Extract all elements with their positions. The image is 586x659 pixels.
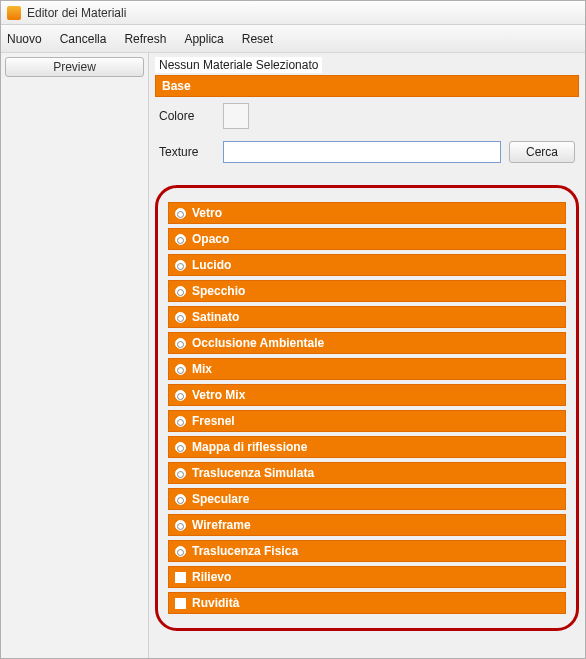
radio-icon[interactable]	[175, 312, 186, 323]
titlebar: Editor dei Materiali	[1, 1, 585, 25]
property-row[interactable]: Specchio	[168, 280, 566, 302]
property-label: Traslucenza Fisica	[192, 544, 298, 558]
property-row[interactable]: Vetro	[168, 202, 566, 224]
radio-icon[interactable]	[175, 338, 186, 349]
texture-row: Texture Cerca	[155, 135, 579, 169]
property-label: Mappa di riflessione	[192, 440, 307, 454]
property-row[interactable]: Occlusione Ambientale	[168, 332, 566, 354]
property-row[interactable]: Traslucenza Simulata	[168, 462, 566, 484]
property-label: Ruvidità	[192, 596, 239, 610]
property-row[interactable]: Opaco	[168, 228, 566, 250]
checkbox-icon[interactable]	[175, 598, 186, 609]
property-row[interactable]: Mappa di riflessione	[168, 436, 566, 458]
app-icon	[7, 6, 21, 20]
property-row[interactable]: Traslucenza Fisica	[168, 540, 566, 562]
property-label: Speculare	[192, 492, 249, 506]
property-row[interactable]: Wireframe	[168, 514, 566, 536]
property-row[interactable]: Lucido	[168, 254, 566, 276]
radio-icon[interactable]	[175, 520, 186, 531]
radio-icon[interactable]	[175, 234, 186, 245]
base-header[interactable]: Base	[155, 75, 579, 97]
radio-icon[interactable]	[175, 416, 186, 427]
menu-refresh[interactable]: Refresh	[124, 32, 166, 46]
colore-label: Colore	[159, 109, 215, 123]
property-label: Fresnel	[192, 414, 235, 428]
property-label: Rilievo	[192, 570, 231, 584]
main-panel: Nessun Materiale Selezionato Base Colore…	[149, 53, 585, 658]
checkbox-icon[interactable]	[175, 572, 186, 583]
radio-icon[interactable]	[175, 494, 186, 505]
radio-icon[interactable]	[175, 442, 186, 453]
radio-icon[interactable]	[175, 546, 186, 557]
colore-row: Colore	[155, 97, 579, 135]
properties-box: VetroOpacoLucidoSpecchioSatinatoOcclusio…	[155, 185, 579, 631]
color-swatch[interactable]	[223, 103, 249, 129]
property-label: Specchio	[192, 284, 245, 298]
radio-icon[interactable]	[175, 286, 186, 297]
cerca-button-label: Cerca	[526, 145, 558, 159]
property-row[interactable]: Fresnel	[168, 410, 566, 432]
property-label: Lucido	[192, 258, 231, 272]
property-row[interactable]: Rilievo	[168, 566, 566, 588]
property-row[interactable]: Speculare	[168, 488, 566, 510]
property-label: Vetro	[192, 206, 222, 220]
property-label: Mix	[192, 362, 212, 376]
status-text: Nessun Materiale Selezionato	[155, 57, 322, 73]
property-label: Traslucenza Simulata	[192, 466, 314, 480]
preview-button[interactable]: Preview	[5, 57, 144, 77]
radio-icon[interactable]	[175, 364, 186, 375]
property-label: Opaco	[192, 232, 229, 246]
property-row[interactable]: Vetro Mix	[168, 384, 566, 406]
menubar: Nuovo Cancella Refresh Applica Reset	[1, 25, 585, 53]
property-row[interactable]: Satinato	[168, 306, 566, 328]
property-label: Vetro Mix	[192, 388, 245, 402]
texture-label: Texture	[159, 145, 215, 159]
radio-icon[interactable]	[175, 208, 186, 219]
property-label: Wireframe	[192, 518, 251, 532]
property-label: Satinato	[192, 310, 239, 324]
preview-button-label: Preview	[53, 60, 96, 74]
sidebar: Preview	[1, 53, 149, 658]
menu-reset[interactable]: Reset	[242, 32, 273, 46]
cerca-button[interactable]: Cerca	[509, 141, 575, 163]
property-label: Occlusione Ambientale	[192, 336, 324, 350]
menu-nuovo[interactable]: Nuovo	[7, 32, 42, 46]
radio-icon[interactable]	[175, 468, 186, 479]
radio-icon[interactable]	[175, 260, 186, 271]
radio-icon[interactable]	[175, 390, 186, 401]
window-title: Editor dei Materiali	[27, 6, 126, 20]
menu-applica[interactable]: Applica	[184, 32, 223, 46]
property-row[interactable]: Ruvidità	[168, 592, 566, 614]
texture-input[interactable]	[223, 141, 501, 163]
material-editor-window: Editor dei Materiali Nuovo Cancella Refr…	[0, 0, 586, 659]
property-row[interactable]: Mix	[168, 358, 566, 380]
menu-cancella[interactable]: Cancella	[60, 32, 107, 46]
